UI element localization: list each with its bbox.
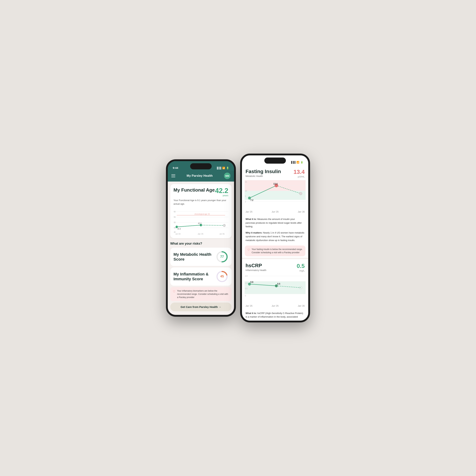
fasting-insulin-title: Fasting Insulin — [246, 169, 281, 174]
section-divider — [242, 258, 308, 259]
svg-text:55: 55 — [174, 216, 176, 218]
svg-text:7.2: 7.2 — [250, 199, 254, 202]
right-signal-icon: ▐▐▐ — [290, 161, 295, 164]
fasting-alert-text: Your fasting insulin is below the recomm… — [252, 248, 303, 254]
x-label-jun25: Jun '25 — [272, 211, 278, 213]
svg-text:Jul '24: Jul '24 — [175, 233, 181, 235]
svg-rect-44 — [245, 281, 306, 294]
alert-text: Your inflamatory biomarkers are below th… — [177, 289, 229, 299]
functional-age-title: My Functional Age — [173, 187, 215, 193]
metabolic-score-card[interactable]: My Metabolic Health Score 77 — [170, 248, 232, 266]
svg-point-14 — [223, 224, 225, 227]
svg-text:0: 0 — [245, 295, 246, 297]
functional-age-card: My Functional Age 42.2 years Your Functi… — [170, 184, 232, 238]
svg-text:50: 50 — [174, 221, 176, 224]
inflammation-alert: ♡ Your inflamatory biomarkers are below … — [170, 287, 232, 301]
functional-age-chart: 60 55 50 45 40 chronological age: 53 — [173, 208, 228, 235]
app-header: My Parsley Health MM — [168, 171, 234, 182]
metabolic-score-title: My Metabolic Health Score — [173, 252, 216, 262]
hscrp-x-jan26: Jan '26 — [298, 305, 305, 307]
hscrp-title: hsCRP — [246, 263, 266, 269]
svg-text:13.4: 13.4 — [273, 183, 278, 185]
inflammation-score-card[interactable]: My Inflammation & Immunity Score 45 — [170, 267, 232, 286]
fasting-insulin-x-labels: Jan '25 Jun '25 Jan '26 — [242, 211, 308, 213]
fasting-insulin-chart: 15 10 5 2 7.2 13.4 — [242, 180, 308, 209]
right-phone: ▐▐▐ 📶 🔋 Fasting Insulin Metabolic Health… — [240, 153, 310, 323]
status-icons: ▐▐▐ 📶 🔋 — [216, 167, 229, 169]
svg-text:2.0: 2.0 — [245, 275, 248, 277]
signal-icon: ▐▐▐ — [216, 167, 221, 169]
status-time: 9:44 — [173, 166, 178, 169]
hscrp-x-jan25: Jan '25 — [246, 305, 252, 307]
functional-age-desc: Your Functional Age is 9.1 years younger… — [173, 199, 228, 205]
svg-line-11 — [177, 225, 201, 227]
x-label-jan26: Jan '26 — [298, 211, 305, 213]
svg-text:45: 45 — [220, 274, 224, 278]
dynamic-island-right — [264, 157, 286, 164]
cta-button[interactable]: Get Care from Parsley Health → — [170, 303, 232, 311]
functional-age-score: 42.2 years — [215, 187, 228, 197]
hscrp-x-labels: Jan '25 Jun '25 Jan '26 — [242, 305, 308, 307]
svg-text:0.6: 0.6 — [250, 281, 254, 283]
svg-text:0.5: 0.5 — [277, 283, 280, 285]
svg-text:Jul '25: Jul '25 — [220, 233, 224, 235]
dynamic-island — [190, 163, 212, 169]
alert-heart-icon: ♡ — [173, 289, 175, 294]
fasting-insulin-header: Fasting Insulin Metabolic Health 13.4 μU… — [242, 165, 308, 180]
fasting-alert-heart-icon: ♡ — [247, 248, 250, 252]
metabolic-score-circle: 77 — [216, 251, 228, 263]
svg-point-57 — [299, 286, 302, 289]
inflammation-score-circle: 45 — [216, 270, 228, 283]
battery-icon: 🔋 — [226, 167, 229, 169]
svg-text:Jan '25: Jan '25 — [198, 233, 204, 235]
left-phone: 9:44 ▐▐▐ 📶 🔋 My Parsley Health MM My Fun… — [166, 159, 236, 317]
svg-text:77: 77 — [220, 255, 224, 258]
right-battery-icon: 🔋 — [300, 161, 303, 164]
svg-text:15: 15 — [245, 181, 247, 183]
svg-text:2: 2 — [245, 201, 246, 203]
svg-text:chronological age: 53: chronological age: 53 — [194, 213, 210, 215]
header-title: My Parsley Health — [187, 174, 213, 178]
svg-rect-26 — [245, 191, 306, 200]
hamburger-menu[interactable] — [171, 174, 175, 177]
svg-text:45: 45 — [174, 227, 176, 229]
avatar[interactable]: MM — [224, 172, 230, 179]
svg-text:1.0: 1.0 — [245, 282, 248, 284]
x-label-jan25: Jan '25 — [246, 211, 252, 213]
risks-heading: What are your risks? — [168, 241, 234, 246]
hscrp-what-it-is: What it is: hsCRP (High-Sensitivity C-Re… — [242, 310, 308, 321]
svg-text:10: 10 — [245, 190, 247, 192]
svg-text:42.2: 42.2 — [198, 222, 202, 224]
hscrp-x-jun25: Jun '25 — [272, 305, 278, 307]
svg-text:44.3: 44.3 — [177, 228, 181, 230]
fasting-insulin-value: 13.4 μU/mL — [293, 169, 305, 178]
hscrp-subtitle: Inflammatory Health — [246, 269, 266, 272]
right-status-icons: ▐▐▐ 📶 🔋 — [290, 161, 303, 164]
fasting-insulin-what-it-is: What it is: Measures the amount of insul… — [242, 216, 308, 230]
hscrp-header: hsCRP Inflammatory Health 0.5 mg/L — [242, 259, 308, 274]
hscrp-chart: 2.0 1.0 0.5 0 0.6 0.5 — [242, 274, 308, 303]
hscrp-value: 0.5 mg/L — [297, 263, 305, 272]
wifi-icon: 📶 — [222, 167, 225, 169]
fasting-insulin-why-matters: Why it matters: Nearly 1 in 4 US women h… — [242, 230, 308, 244]
svg-text:60: 60 — [174, 211, 176, 213]
right-phone-content: Fasting Insulin Metabolic Health 13.4 μU… — [242, 165, 308, 321]
svg-point-41 — [299, 192, 302, 195]
fasting-insulin-alert: ♡ Your fasting insulin is below the reco… — [245, 246, 306, 256]
right-wifi-icon: 📶 — [296, 161, 299, 164]
svg-text:0.5: 0.5 — [245, 288, 248, 289]
fasting-insulin-subtitle: Metabolic Health — [246, 175, 281, 177]
inflammation-score-title: My Inflammation & Immunity Score — [173, 272, 216, 282]
svg-text:5: 5 — [245, 195, 246, 197]
left-phone-content: My Functional Age 42.2 years Your Functi… — [168, 182, 234, 315]
